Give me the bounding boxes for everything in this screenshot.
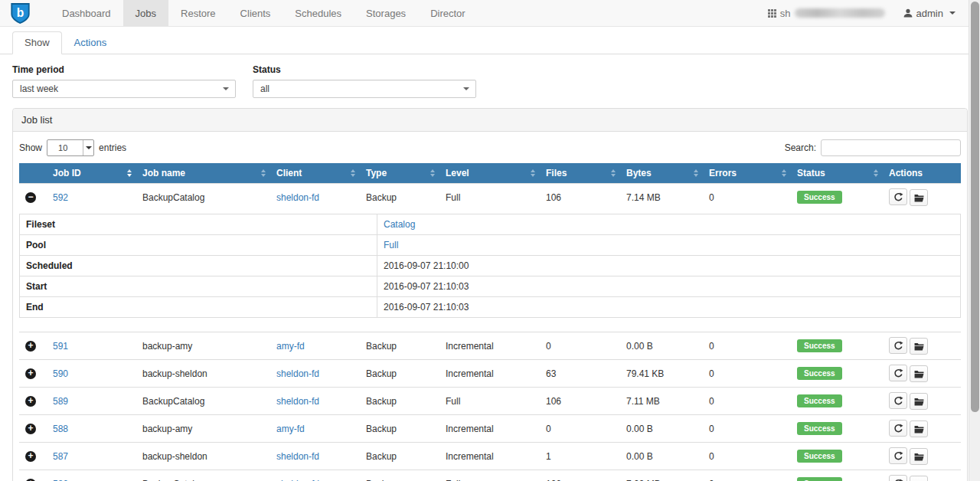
cell-expand: +: [19, 332, 47, 360]
cell-files: 1: [540, 443, 620, 470]
job-id-link[interactable]: 592: [53, 192, 68, 203]
status-select[interactable]: all: [253, 80, 476, 98]
job-row-589: +589BackupCatalogsheldon-fdBackupFull106…: [19, 388, 961, 415]
col-level[interactable]: Level: [439, 163, 540, 184]
restore-job-button[interactable]: [910, 420, 928, 437]
nav-item-director[interactable]: Director: [418, 0, 478, 26]
nav-item-clients[interactable]: Clients: [228, 0, 283, 26]
nav-item-restore[interactable]: Restore: [168, 0, 228, 26]
cell-level: Full: [439, 184, 540, 211]
col-status[interactable]: Status: [791, 163, 883, 184]
cell-status: Success: [791, 360, 883, 388]
restore-job-button[interactable]: [910, 448, 928, 465]
col-type[interactable]: Type: [360, 163, 439, 184]
cell-job-name: backup-amy: [136, 415, 270, 443]
col-label-status: Status: [797, 168, 825, 178]
cell-actions: [883, 332, 961, 360]
rerun-job-button[interactable]: [889, 337, 907, 354]
col-label-actions: Actions: [889, 168, 923, 178]
sort-icon: [127, 169, 132, 177]
vertical-scrollbar[interactable]: [969, 0, 980, 481]
client-link[interactable]: sheldon-fd: [276, 396, 319, 407]
jobs-table: Job IDJob nameClientTypeLevelFilesBytesE…: [19, 163, 961, 481]
page-length-group: Show 10 entries: [19, 139, 126, 156]
status-label: Status: [253, 64, 476, 75]
cell-level: Incremental: [439, 332, 540, 360]
detail-value-link[interactable]: Catalog: [384, 219, 415, 230]
cell-client: sheldon-fd: [270, 443, 360, 470]
rerun-icon: [893, 396, 903, 406]
scrollbar-thumb[interactable]: [971, 2, 979, 412]
sort-icon: [430, 169, 435, 177]
user-dropdown[interactable]: admin: [903, 8, 956, 19]
job-detail-cell: FilesetCatalogPoolFullScheduled2016-09-0…: [19, 211, 961, 332]
cell-actions: [883, 443, 961, 470]
restore-job-button[interactable]: [910, 338, 928, 355]
cell-errors: 0: [703, 332, 791, 360]
nav-item-jobs[interactable]: Jobs: [123, 0, 168, 26]
rerun-job-button[interactable]: [889, 392, 907, 409]
bareos-logo[interactable]: b: [11, 0, 50, 26]
job-id-link[interactable]: 588: [53, 424, 68, 434]
restore-job-button[interactable]: [910, 365, 928, 382]
user-icon: [903, 8, 913, 18]
restore-job-button[interactable]: [910, 393, 928, 410]
expand-row-icon[interactable]: +: [25, 451, 36, 462]
time-period-select[interactable]: last week: [12, 80, 236, 98]
expand-row-icon[interactable]: +: [25, 368, 36, 379]
nav-item-storages[interactable]: Storages: [354, 0, 418, 26]
tab-actions[interactable]: Actions: [62, 31, 119, 54]
cell-status: Success: [791, 415, 883, 443]
cell-expand: +: [19, 388, 47, 415]
col-client[interactable]: Client: [270, 163, 360, 184]
client-link[interactable]: amy-fd: [276, 341, 305, 352]
col-files[interactable]: Files: [540, 163, 620, 184]
client-link[interactable]: amy-fd: [276, 424, 305, 434]
expand-row-icon[interactable]: +: [25, 341, 36, 352]
cell-job-id: 590: [47, 360, 136, 388]
nav-item-schedules[interactable]: Schedules: [283, 0, 354, 26]
status-badge: Success: [797, 450, 842, 463]
rerun-job-button[interactable]: [889, 365, 907, 381]
host-name-redacted: [795, 8, 885, 18]
job-id-link[interactable]: 590: [53, 368, 68, 379]
col-bytes[interactable]: Bytes: [620, 163, 703, 184]
cell-job-name: backup-sheldon: [136, 360, 270, 388]
client-link[interactable]: sheldon-fd: [276, 368, 319, 379]
bareos-shield-icon: b: [11, 3, 30, 24]
page-length-select[interactable]: 10: [47, 139, 94, 156]
client-link[interactable]: sheldon-fd: [276, 479, 319, 481]
cell-actions: [883, 470, 961, 481]
restore-job-button[interactable]: [910, 476, 928, 481]
job-id-link[interactable]: 591: [53, 341, 68, 352]
col-errors[interactable]: Errors: [703, 163, 791, 184]
rerun-job-button[interactable]: [889, 447, 907, 464]
col-job-id[interactable]: Job ID: [47, 163, 136, 184]
client-link[interactable]: sheldon-fd: [276, 451, 319, 462]
detail-value-link[interactable]: Full: [384, 240, 398, 250]
nav-item-dashboard[interactable]: Dashboard: [50, 0, 123, 26]
cell-bytes: 7.11 MB: [620, 388, 703, 415]
sort-down-arrow: [430, 174, 435, 177]
rerun-job-button[interactable]: [889, 475, 907, 481]
sort-icon: [694, 169, 698, 177]
client-link[interactable]: sheldon-fd: [276, 192, 319, 203]
cell-files: 106: [540, 388, 620, 415]
col-job-name[interactable]: Job name: [136, 163, 270, 184]
detail-row-end: End2016-09-07 21:10:03: [20, 297, 961, 318]
expand-row-icon[interactable]: +: [25, 424, 36, 434]
job-id-link[interactable]: 589: [53, 396, 68, 407]
collapse-row-icon[interactable]: −: [25, 192, 36, 203]
cell-job-name: BackupCatalog: [136, 184, 270, 211]
rerun-job-button[interactable]: [889, 188, 907, 205]
search-input[interactable]: [821, 139, 961, 156]
expand-row-icon[interactable]: +: [25, 396, 36, 407]
job-id-link[interactable]: 587: [53, 451, 68, 462]
job-id-link[interactable]: 586: [53, 479, 68, 481]
cell-bytes: 7.09 MB: [620, 470, 703, 481]
rerun-job-button[interactable]: [889, 420, 907, 437]
director-host-menu[interactable]: sh: [768, 8, 885, 19]
restore-job-button[interactable]: [910, 189, 928, 206]
tab-show[interactable]: Show: [12, 31, 62, 54]
cell-files: 63: [540, 360, 620, 388]
